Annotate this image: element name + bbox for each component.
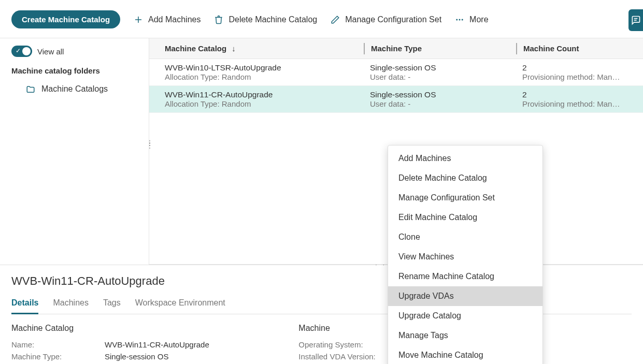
- context-manage-tags[interactable]: Manage Tags: [388, 326, 542, 345]
- col-header-count[interactable]: Machine Count: [516, 43, 643, 54]
- folder-machine-catalogs[interactable]: Machine Catalogs: [11, 82, 137, 96]
- row-user-data: User data: -: [370, 99, 510, 108]
- add-machines-label: Add Machines: [148, 15, 201, 24]
- detail-row: Name: WVB-Win11-CR-AutoUpgrade: [11, 340, 267, 349]
- detail-machine-catalog: Machine Catalog Name: WVB-Win11-CR-AutoU…: [11, 324, 267, 364]
- tab-details[interactable]: Details: [11, 298, 38, 314]
- col-header-type[interactable]: Machine Type: [364, 43, 516, 54]
- row-count: 2: [522, 63, 637, 72]
- row-type: Single-session OS: [370, 63, 510, 72]
- detail-key: Name:: [11, 340, 105, 349]
- row-count: 2: [522, 90, 637, 99]
- trash-icon: [214, 15, 223, 24]
- manage-configuration-set-button[interactable]: Manage Configuration Set: [331, 15, 441, 24]
- context-move-machine-catalog[interactable]: Move Machine Catalog: [388, 345, 542, 364]
- row-provisioning: Provisioning method: Man…: [522, 99, 637, 108]
- folder-icon: [25, 85, 35, 93]
- pane-resize-handle-vertical[interactable]: ⋮⋮: [147, 142, 153, 147]
- tab-tags[interactable]: Tags: [103, 298, 121, 314]
- row-provisioning: Provisioning method: Man…: [522, 72, 637, 81]
- sort-down-icon: ↓: [232, 44, 236, 53]
- plus-icon: [134, 15, 143, 24]
- view-all-row: ✓ View all: [11, 46, 137, 57]
- more-dots-icon: [455, 15, 464, 24]
- context-edit-machine-catalog[interactable]: Edit Machine Catalog: [388, 208, 542, 227]
- more-label: More: [469, 15, 488, 24]
- detail-value: WVB-Win11-CR-AutoUpgrade: [105, 340, 209, 349]
- details-panel: WVB-Win11-CR-AutoUpgrade Details Machine…: [0, 265, 643, 364]
- row-name: WVB-Win11-CR-AutoUpgrade: [165, 90, 358, 99]
- detail-row: Machine Type: Single-session OS: [11, 352, 267, 361]
- row-allocation: Allocation Type: Random: [165, 99, 358, 108]
- pencil-icon: [331, 15, 340, 24]
- sidebar: ✓ View all Machine catalog folders Machi…: [0, 38, 149, 265]
- delete-machine-catalog-button[interactable]: Delete Machine Catalog: [214, 15, 317, 24]
- tab-workspace-environment[interactable]: Workspace Environment: [135, 298, 225, 314]
- folder-tree-title: Machine catalog folders: [11, 66, 137, 75]
- folder-label: Machine Catalogs: [41, 84, 108, 94]
- detail-key: Machine Type:: [11, 352, 105, 361]
- body: ✓ View all Machine catalog folders Machi…: [0, 38, 643, 265]
- view-all-toggle[interactable]: ✓: [11, 46, 32, 57]
- col-header-catalog[interactable]: Machine Catalog: [165, 44, 226, 53]
- detail-value: Single-session OS: [105, 352, 168, 361]
- table-row[interactable]: WVB-Win10-LTSR-AutoUpgrade Allocation Ty…: [149, 59, 643, 86]
- table-row[interactable]: WVB-Win11-CR-AutoUpgrade Allocation Type…: [149, 86, 643, 113]
- svg-point-3: [459, 19, 461, 20]
- manage-configuration-set-label: Manage Configuration Set: [345, 15, 441, 24]
- svg-point-4: [462, 19, 463, 20]
- table-header: Machine Catalog ↓ Machine Type Machine C…: [149, 38, 643, 59]
- row-type: Single-session OS: [370, 90, 510, 99]
- context-upgrade-catalog[interactable]: Upgrade Catalog: [388, 306, 542, 326]
- check-icon: ✓: [16, 47, 21, 54]
- context-clone[interactable]: Clone: [388, 227, 542, 247]
- row-allocation: Allocation Type: Random: [165, 72, 358, 81]
- feedback-icon[interactable]: [628, 9, 643, 31]
- context-manage-configuration-set[interactable]: Manage Configuration Set: [388, 188, 542, 208]
- row-user-data: User data: -: [370, 72, 510, 81]
- context-add-machines[interactable]: Add Machines: [388, 149, 542, 168]
- create-machine-catalog-button[interactable]: Create Machine Catalog: [11, 10, 120, 28]
- row-name: WVB-Win10-LTSR-AutoUpgrade: [165, 63, 358, 72]
- detail-left-heading: Machine Catalog: [11, 324, 267, 333]
- context-delete-machine-catalog[interactable]: Delete Machine Catalog: [388, 168, 542, 188]
- tab-machines[interactable]: Machines: [53, 298, 88, 314]
- detail-key: Installed VDA Version:: [298, 352, 392, 361]
- toolbar: Create Machine Catalog Add Machines Dele…: [0, 0, 643, 38]
- delete-machine-catalog-label: Delete Machine Catalog: [228, 15, 317, 24]
- context-view-machines[interactable]: View Machines: [388, 247, 542, 267]
- svg-point-2: [456, 19, 458, 20]
- detail-key: Operating System:: [298, 340, 392, 349]
- add-machines-button[interactable]: Add Machines: [134, 15, 201, 24]
- view-all-label: View all: [37, 47, 64, 56]
- main: ⋮⋮ Machine Catalog ↓ Machine Type Machin…: [149, 38, 643, 265]
- context-rename-machine-catalog[interactable]: Rename Machine Catalog: [388, 267, 542, 286]
- context-upgrade-vdas[interactable]: Upgrade VDAs: [388, 286, 542, 306]
- context-menu: Add Machines Delete Machine Catalog Mana…: [388, 145, 543, 364]
- more-button[interactable]: More: [455, 15, 488, 24]
